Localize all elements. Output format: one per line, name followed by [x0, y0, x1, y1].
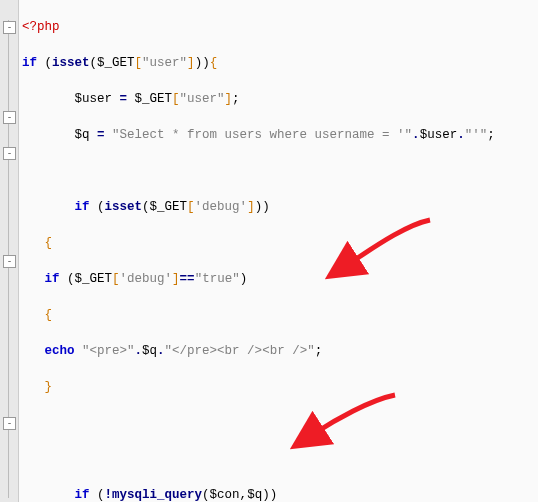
- fn-isset: isset: [105, 200, 143, 214]
- fold-toggle[interactable]: -: [3, 255, 16, 268]
- code-area[interactable]: <?php if (isset($_GET["user"])){ $user =…: [20, 0, 538, 502]
- fn-isset: isset: [52, 56, 90, 70]
- fold-toggle[interactable]: -: [3, 21, 16, 34]
- kw-echo: echo: [45, 344, 75, 358]
- kw-if: if: [45, 272, 60, 286]
- fold-gutter: - - - - -: [0, 0, 19, 502]
- fold-toggle[interactable]: -: [3, 147, 16, 160]
- kw-if: if: [75, 488, 90, 502]
- kw-if: if: [22, 56, 37, 70]
- fold-toggle[interactable]: -: [3, 417, 16, 430]
- php-open-tag: <?php: [22, 20, 60, 34]
- fold-toggle[interactable]: -: [3, 111, 16, 124]
- fn-mysqli-query: mysqli_query: [112, 488, 202, 502]
- sql-string: "Select * from users where username = '": [112, 128, 412, 142]
- code-editor: - - - - - <?php if (isset($_GET["user"])…: [0, 0, 538, 502]
- kw-if: if: [75, 200, 90, 214]
